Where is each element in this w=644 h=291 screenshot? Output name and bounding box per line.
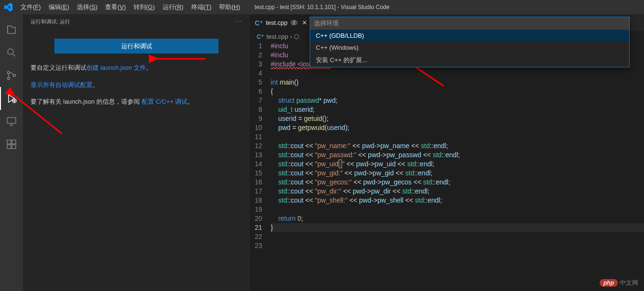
menu-g[interactable]: 转到(G) <box>130 0 159 14</box>
create-launch-json-link[interactable]: 创建 launch.json 文件 <box>86 64 146 71</box>
extensions-icon[interactable] <box>0 133 23 156</box>
vscode-icon <box>0 3 17 11</box>
environment-picker-input[interactable]: 选择环境 <box>310 17 629 30</box>
menu-t[interactable]: 终端(T) <box>187 0 216 14</box>
run-and-debug-button[interactable]: 运行和调试 <box>54 39 218 54</box>
svg-point-4 <box>13 75 16 77</box>
editor-area: C⁺ test.cpp 2 ✕ C⁺ test.cpp › ⬡ 12345678… <box>250 14 644 291</box>
svg-point-3 <box>8 77 10 80</box>
show-all-configs-link[interactable]: 显示所有自动调试配置 <box>31 81 93 88</box>
titlebar: 文件(F)编辑(E)选择(S)查看(V)转到(G)运行(R)终端(T)帮助(H)… <box>0 0 644 14</box>
svg-rect-11 <box>7 140 11 144</box>
chevron-right-icon: › <box>290 33 292 40</box>
env-option-1[interactable]: C++ (Windows) <box>310 42 629 54</box>
more-actions-icon[interactable]: ··· <box>235 18 242 25</box>
svg-rect-8 <box>7 118 16 123</box>
configure-debug-link[interactable]: 配置 C/C++ 调试 <box>142 98 188 105</box>
debug-hint-1: 要自定义运行和调试创建 launch.json 文件。 <box>31 62 242 73</box>
run-debug-icon[interactable] <box>0 87 23 110</box>
sidebar-title: 运行和调试: 运行 <box>31 18 70 25</box>
debug-hint-2: 显示所有自动调试配置。 <box>31 79 242 90</box>
tab-modified-badge: 2 <box>291 20 298 25</box>
menu-h[interactable]: 帮助(H) <box>215 0 244 14</box>
symbol-icon: ⬡ <box>294 33 299 40</box>
svg-rect-14 <box>12 140 16 144</box>
env-option-0[interactable]: C++ (GDB/LLDB) <box>310 30 629 42</box>
svg-point-0 <box>8 49 13 54</box>
svg-point-2 <box>8 72 10 74</box>
svg-rect-12 <box>7 145 11 149</box>
activity-bar <box>0 14 23 291</box>
svg-rect-13 <box>12 145 16 149</box>
menu-e[interactable]: 编辑(E) <box>45 0 73 14</box>
search-icon[interactable] <box>0 41 23 64</box>
environment-list: C++ (GDB/LLDB)C++ (Windows)安装 C++ 的扩展... <box>310 30 629 67</box>
svg-line-1 <box>13 54 16 57</box>
line-numbers: 1234567891011121314151617181920212223 <box>250 42 271 250</box>
menu-v[interactable]: 查看(V) <box>101 0 129 14</box>
cpp-file-icon: C⁺ <box>255 19 263 27</box>
watermark-badge: php <box>600 279 618 287</box>
menu-bar: 文件(F)编辑(E)选择(S)查看(V)转到(G)运行(R)终端(T)帮助(H) <box>17 0 244 14</box>
menu-r[interactable]: 运行(R) <box>159 0 187 14</box>
remote-icon[interactable] <box>0 110 23 133</box>
tab-label: test.cpp <box>266 19 288 26</box>
source-control-icon[interactable] <box>0 64 23 87</box>
tab-test-cpp[interactable]: C⁺ test.cpp 2 ✕ <box>250 14 313 31</box>
code-editor[interactable]: 1234567891011121314151617181920212223 #i… <box>250 42 644 250</box>
menu-f[interactable]: 文件(F) <box>17 0 45 14</box>
sidebar: 运行和调试: 运行 ··· 运行和调试 要自定义运行和调试创建 launch.j… <box>23 14 250 291</box>
code-content[interactable]: #inclu#inclu#include <iostream> int main… <box>271 42 644 250</box>
menu-s[interactable]: 选择(S) <box>73 0 101 14</box>
watermark-text: 中文网 <box>620 279 638 287</box>
explorer-icon[interactable] <box>0 18 23 41</box>
cpp-file-icon: C⁺ <box>257 33 264 40</box>
window-title: test.cpp - test [SSH: 10.1.1.101] - Visu… <box>255 4 390 11</box>
close-icon[interactable]: ✕ <box>301 19 308 26</box>
debug-hint-3: 要了解有关 launch.json 的信息，请参阅 配置 C/C++ 调试。 <box>31 96 242 107</box>
breadcrumb-file: test.cpp <box>266 33 288 40</box>
watermark: php 中文网 <box>600 279 638 287</box>
env-option-2[interactable]: 安装 C++ 的扩展... <box>310 54 629 67</box>
quick-input: 选择环境 C++ (GDB/LLDB)C++ (Windows)安装 C++ 的… <box>310 17 630 67</box>
